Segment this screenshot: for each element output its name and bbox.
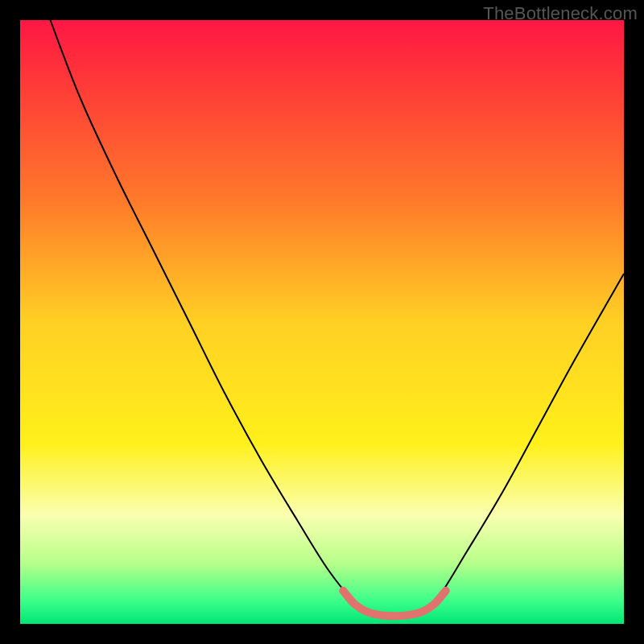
- watermark-text: TheBottleneck.com: [483, 3, 638, 24]
- plot-area: [20, 20, 624, 624]
- chart-container: TheBottleneck.com: [0, 0, 644, 644]
- chart-svg: [20, 20, 624, 624]
- gradient-background: [20, 20, 624, 624]
